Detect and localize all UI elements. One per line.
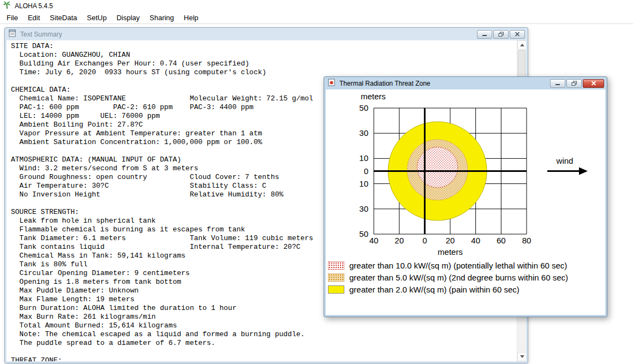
threat-zone-body: 50301001030504020020406080metersmeterswi… (326, 89, 605, 315)
menu-sharing[interactable]: Sharing (145, 12, 179, 23)
menu-bar: FileEditSiteDataSetUpDisplaySharingHelp (0, 12, 633, 24)
legend-item: greater than 5.0 kW/(sq m) (2nd degree b… (328, 272, 568, 282)
ts-restore-button[interactable] (493, 30, 509, 39)
text-summary-doc-icon (9, 29, 16, 39)
close-icon (515, 32, 520, 37)
legend-label: greater than 5.0 kW/(sq m) (2nd degree b… (349, 273, 568, 282)
ts-close-button[interactable] (510, 30, 525, 39)
text-summary-titlebar[interactable]: Text Summary (5, 28, 528, 40)
menu-display[interactable]: Display (111, 12, 145, 23)
svg-text:50: 50 (359, 229, 368, 238)
svg-text:30: 30 (359, 204, 368, 213)
scroll-up-button[interactable] (517, 40, 526, 50)
svg-text:meters: meters (438, 247, 463, 256)
legend-label: greater than 10.0 kW/(sq m) (potentially… (349, 261, 567, 270)
legend-swatch-red-dots (328, 261, 344, 270)
menu-file[interactable]: File (2, 12, 23, 23)
svg-text:10: 10 (359, 179, 368, 188)
threat-legend: greater than 10.0 kW/(sq m) (potentially… (328, 260, 568, 296)
text-summary-window-controls (476, 30, 525, 39)
close-icon (591, 81, 596, 86)
threat-zone-titlebar[interactable]: Thermal Radiation Threat Zone (324, 77, 607, 89)
tz-minimize-button[interactable] (550, 79, 565, 88)
svg-text:20: 20 (446, 236, 455, 245)
menu-edit[interactable]: Edit (23, 12, 45, 23)
threat-zone-chart: 50301001030504020020406080metersmeterswi… (326, 89, 605, 258)
legend-swatch-yellow (328, 285, 344, 294)
menu-sitedata[interactable]: SiteData (45, 12, 82, 23)
svg-text:20: 20 (395, 236, 404, 245)
legend-item: greater than 2.0 kW/(sq m) (pain within … (328, 284, 568, 294)
restore-icon (498, 32, 504, 37)
legend-item: greater than 10.0 kW/(sq m) (potentially… (328, 260, 568, 270)
menu-help[interactable]: Help (179, 12, 204, 23)
threat-zone-window-controls (549, 79, 604, 88)
threat-zone-window: Thermal Radiation Threat Zone (324, 76, 607, 317)
svg-text:50: 50 (359, 103, 368, 112)
threat-zone-title: Thermal Radiation Threat Zone (339, 80, 431, 87)
triangle-down-icon (520, 355, 524, 358)
svg-text:0: 0 (364, 166, 368, 176)
text-summary-title: Text Summary (20, 31, 62, 38)
aloha-app-window: ALOHA 5.4.5 FileEditSiteDataSetUpDisplay… (0, 0, 633, 364)
svg-text:wind: wind (556, 156, 574, 165)
scroll-down-button[interactable] (517, 352, 526, 361)
summary-text: SITE DATA: Location: GUANGZHOU, CHIAN Bu… (11, 42, 313, 361)
svg-text:40: 40 (471, 236, 480, 245)
legend-label: greater than 2.0 kW/(sq m) (pain within … (349, 285, 519, 294)
minimize-icon (555, 81, 560, 86)
svg-text:30: 30 (359, 128, 368, 138)
app-title: ALOHA 5.4.5 (15, 2, 53, 10)
ts-minimize-button[interactable] (477, 30, 492, 39)
svg-text:40: 40 (369, 236, 379, 245)
svg-text:meters: meters (361, 92, 386, 101)
app-titlebar[interactable]: ALOHA 5.4.5 (0, 0, 633, 12)
mdi-workspace: Text Summary (0, 25, 633, 364)
svg-text:10: 10 (359, 153, 368, 163)
minimize-icon (482, 32, 487, 37)
tz-close-button[interactable] (583, 79, 604, 88)
threat-zone-doc-icon (328, 79, 336, 88)
triangle-up-icon (520, 44, 524, 46)
menu-setup[interactable]: SetUp (82, 12, 111, 23)
aloha-logo-icon (3, 1, 11, 11)
svg-text:60: 60 (497, 236, 506, 245)
svg-text:80: 80 (522, 236, 532, 245)
restore-icon (571, 81, 577, 86)
svg-text:0: 0 (422, 236, 427, 245)
tz-restore-button[interactable] (566, 79, 582, 88)
legend-swatch-tan-dots (328, 273, 344, 282)
